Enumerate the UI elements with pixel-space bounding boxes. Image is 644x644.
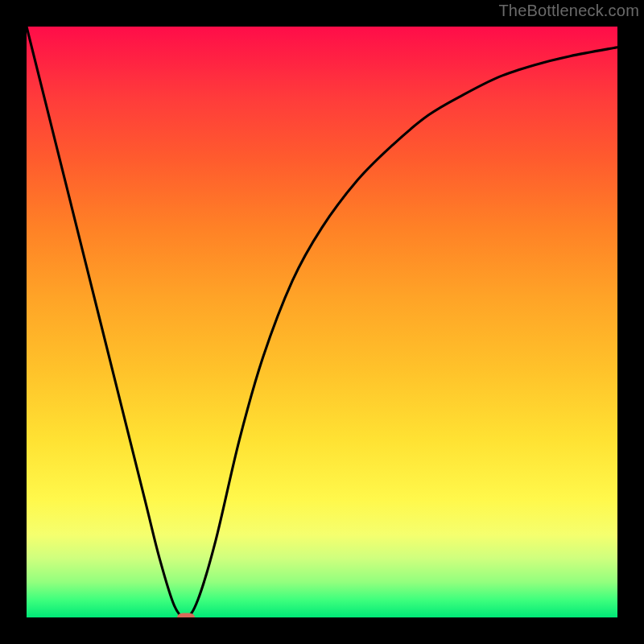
curve-svg (27, 27, 617, 617)
plot-area (27, 27, 617, 617)
bottleneck-curve-path (27, 27, 617, 617)
chart-frame: TheBottleneck.com (0, 0, 644, 644)
minimum-marker (177, 613, 195, 618)
watermark-text: TheBottleneck.com (498, 2, 639, 20)
